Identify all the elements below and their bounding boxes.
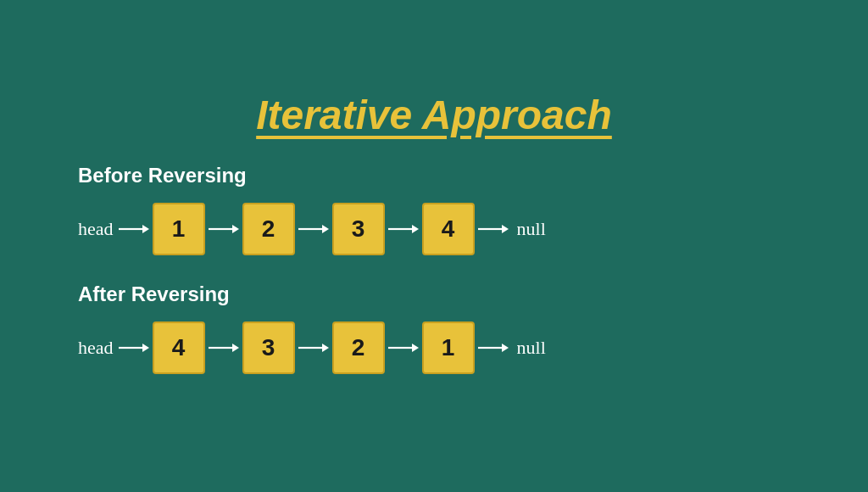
svg-marker-13 [232, 344, 239, 352]
svg-marker-5 [322, 225, 329, 233]
svg-marker-1 [142, 225, 149, 233]
arrow-1-2 [209, 221, 239, 237]
arrow-svg [209, 340, 239, 355]
arrow-svg [388, 221, 419, 237]
arrow-3-4 [388, 221, 419, 237]
after-label: After Reversing [78, 282, 790, 306]
after-null-label: null [517, 337, 546, 359]
svg-marker-3 [232, 225, 239, 233]
arrow-svg [119, 340, 149, 355]
svg-marker-11 [142, 344, 149, 352]
after-arrow-2-1 [388, 340, 419, 355]
after-arrow-3-2 [298, 340, 329, 355]
before-node-3: 3 [332, 203, 385, 255]
arrow-4-null [478, 221, 509, 237]
main-container: Iterative Approach Before Reversing head… [53, 75, 815, 418]
svg-marker-9 [502, 225, 509, 233]
after-list-row: head 4 3 [78, 321, 790, 374]
after-arrow-1-null [478, 340, 509, 355]
before-head-label: head [78, 218, 114, 240]
arrow-2-3 [298, 221, 329, 237]
svg-marker-19 [502, 344, 509, 352]
page-title: Iterative Approach [78, 92, 790, 138]
arrow-svg [388, 340, 419, 355]
arrow-svg [478, 221, 509, 237]
svg-marker-7 [412, 225, 419, 233]
after-head-arrow [119, 340, 149, 355]
arrow-svg [298, 221, 329, 237]
after-arrow-4-3 [209, 340, 239, 355]
before-label: Before Reversing [78, 164, 790, 187]
arrow-svg [209, 221, 239, 237]
before-node-1: 1 [153, 203, 205, 255]
before-null-label: null [517, 218, 546, 240]
svg-marker-15 [322, 344, 329, 352]
before-list-row: head 1 2 [78, 203, 790, 255]
svg-marker-17 [412, 344, 419, 352]
arrow-svg [478, 340, 509, 355]
before-node-2: 2 [242, 203, 295, 255]
after-node-1: 1 [422, 321, 475, 374]
after-node-2: 2 [332, 321, 385, 374]
arrow-svg [298, 340, 329, 355]
before-head-arrow [119, 221, 149, 237]
after-node-3: 3 [242, 321, 295, 374]
after-node-4: 4 [153, 321, 205, 374]
after-head-label: head [78, 337, 114, 359]
before-node-4: 4 [422, 203, 475, 255]
arrow-svg [119, 221, 149, 237]
